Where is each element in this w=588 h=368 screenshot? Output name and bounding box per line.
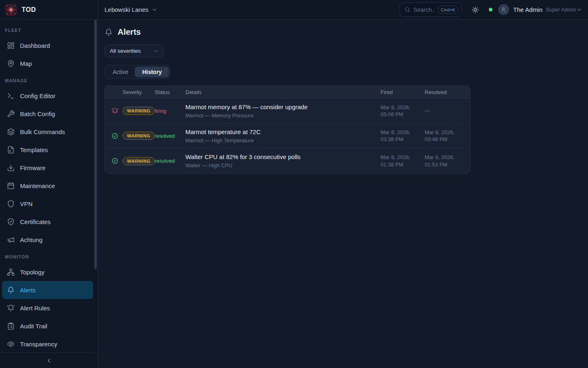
- alert-subtitle: Marmot — Memory Pressure: [185, 112, 381, 119]
- severity-badge: WARNING: [122, 132, 155, 140]
- sidebar-item-label: Audit Trail: [20, 323, 47, 330]
- fired-time: Mar 8, 2026,03:38 PM: [381, 129, 425, 143]
- user-icon: [500, 7, 507, 13]
- chevron-down-icon: [153, 48, 159, 54]
- sidebar-item-achtung[interactable]: Achtung: [2, 231, 93, 249]
- sidebar-item-label: Batch Config: [20, 110, 55, 117]
- sidebar-item-transparency[interactable]: Transparency: [2, 335, 93, 352]
- layers-icon: [7, 128, 15, 136]
- sidebar-item-templates[interactable]: Templates: [2, 141, 93, 159]
- sidebar-nav: FLEETDashboardMapMANAGEConfig EditorBatc…: [0, 20, 98, 352]
- sidebar-section-label: FLEET: [0, 22, 98, 36]
- search-icon: [404, 7, 410, 13]
- eye-icon: [7, 340, 15, 348]
- user-name: The Admin: [513, 6, 543, 13]
- sidebar-item-label: Maintenance: [20, 182, 55, 189]
- resolved-time: Mar 8, 2026,01:53 PM: [425, 154, 470, 168]
- sidebar-header: TOD: [0, 0, 98, 20]
- sidebar-section-label: MANAGE: [0, 72, 98, 87]
- sidebar-item-vpn[interactable]: VPN: [2, 195, 93, 213]
- severity-filter-value: All severities: [110, 48, 141, 54]
- sidebar-item-label: Topology: [20, 269, 45, 276]
- table-row[interactable]: WARNINGresolvedMarmot temperature at 72C…: [105, 123, 470, 148]
- file-icon: [7, 146, 15, 154]
- search-box: Cmd+K: [399, 2, 461, 17]
- sidebar-scrollbar[interactable]: [94, 20, 97, 269]
- sidebar-item-batch-config[interactable]: Batch Config: [2, 105, 93, 123]
- megaphone-icon: [7, 236, 15, 244]
- topbar-right: Cmd+K The Admin Super Admin: [399, 2, 582, 17]
- page-title: Alerts: [118, 27, 141, 37]
- chevron-left-icon: [46, 357, 52, 364]
- org-name: Lebowski Lanes: [105, 6, 149, 13]
- status-text: firing: [155, 108, 185, 114]
- search-shortcut: Cmd+K: [438, 6, 458, 14]
- sidebar-item-label: Alerts: [20, 287, 36, 294]
- app-root: TOD FLEETDashboardMapMANAGEConfig Editor…: [0, 0, 588, 368]
- theme-toggle-button[interactable]: [472, 6, 479, 13]
- column-header-status: Status: [155, 89, 185, 95]
- tab-history[interactable]: History: [135, 67, 169, 77]
- search-input[interactable]: [414, 7, 435, 13]
- check-circle-icon: [111, 132, 118, 139]
- severity-badge: WARNING: [122, 157, 155, 165]
- user-menu[interactable]: The Admin Super Admin: [498, 4, 582, 15]
- severity-badge: WARNING: [122, 107, 155, 115]
- check-circle-icon: [111, 157, 118, 164]
- table-row[interactable]: WARNINGfiringMarmot memory at 87% — cons…: [105, 99, 470, 123]
- sidebar-item-maintenance[interactable]: Maintenance: [2, 177, 93, 195]
- alerts-table: SeverityStatusDetailsFiredResolved WARNI…: [105, 85, 470, 174]
- content: Alerts All severities ActiveHistory Seve…: [98, 20, 588, 368]
- sidebar-item-firmware[interactable]: Firmware: [2, 159, 93, 177]
- sidebar-item-alerts[interactable]: Alerts: [2, 281, 93, 299]
- main-column: Lebowski Lanes Cmd+K The Admin Super Adm…: [98, 0, 588, 368]
- sidebar-item-label: VPN: [20, 200, 33, 207]
- download-icon: [7, 164, 15, 172]
- tab-active[interactable]: Active: [106, 67, 135, 77]
- sidebar-item-label: Dashboard: [20, 42, 50, 49]
- sidebar-item-certificates[interactable]: Certificates: [2, 213, 93, 231]
- alert-subtitle: Marmot — High Temperature: [185, 137, 381, 144]
- user-role: Super Admin: [546, 7, 576, 13]
- avatar: [498, 4, 509, 15]
- status-dot: [489, 8, 492, 11]
- bell-icon: [7, 286, 15, 294]
- brand-logo-icon: [5, 4, 17, 16]
- topbar: Lebowski Lanes Cmd+K The Admin Super Adm…: [98, 0, 588, 20]
- status-text: resolved: [155, 133, 185, 139]
- tab-group: ActiveHistory: [105, 65, 171, 79]
- sidebar-item-config-editor[interactable]: Config Editor: [2, 87, 93, 105]
- chevron-down-icon: [151, 7, 158, 13]
- sidebar-item-alert-rules[interactable]: Alert Rules: [2, 299, 93, 317]
- sidebar-item-bulk-commands[interactable]: Bulk Commands: [2, 123, 93, 141]
- sidebar-item-label: Achtung: [20, 236, 42, 243]
- sidebar-item-label: Config Editor: [20, 92, 56, 99]
- sidebar-item-label: Transparency: [20, 341, 57, 348]
- sidebar-item-label: Map: [20, 60, 32, 67]
- resolved-time: —: [425, 107, 470, 114]
- column-header-details: Details: [185, 89, 381, 95]
- sidebar-collapse-button[interactable]: [0, 352, 98, 368]
- resolved-time: Mar 8, 2026,03:48 PM: [425, 129, 470, 143]
- sidebar-item-audit-trail[interactable]: Audit Trail: [2, 317, 93, 335]
- severity-filter-select[interactable]: All severities: [105, 45, 163, 57]
- wrench-icon: [7, 110, 15, 118]
- sidebar-section-label: MONITOR: [0, 249, 98, 263]
- org-switcher[interactable]: Lebowski Lanes: [105, 6, 158, 13]
- bell-ring-icon: [7, 304, 15, 312]
- calendar-icon: [7, 182, 15, 190]
- sidebar-item-label: Bulk Commands: [20, 128, 65, 135]
- alert-subtitle: Walter — High CPU: [185, 162, 381, 168]
- terminal-icon: [7, 92, 15, 100]
- sun-icon: [472, 6, 479, 13]
- shield-check-icon: [7, 218, 15, 226]
- alert-title: Marmot temperature at 72C: [185, 128, 381, 135]
- clipboard-icon: [7, 322, 15, 330]
- sidebar-item-map[interactable]: Map: [2, 54, 93, 72]
- table-row[interactable]: WARNINGresolvedWalter CPU at 82% for 3 c…: [105, 148, 470, 173]
- chevron-down-icon: [576, 7, 582, 13]
- column-header-fired: Fired: [381, 89, 425, 95]
- sidebar-item-dashboard[interactable]: Dashboard: [2, 36, 93, 54]
- sidebar-item-topology[interactable]: Topology: [2, 263, 93, 281]
- shield-icon: [7, 200, 15, 208]
